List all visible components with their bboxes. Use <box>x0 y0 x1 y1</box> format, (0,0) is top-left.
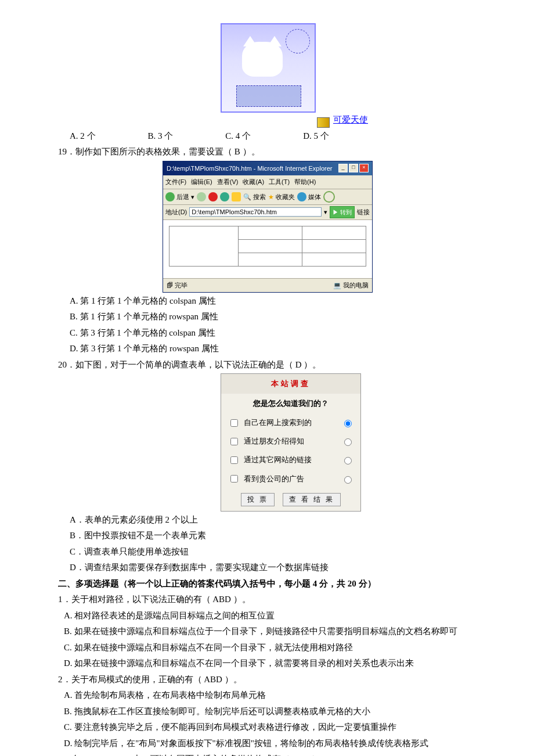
s2q2-b: B. 拖拽鼠标在工作区直接绘制即可。绘制完毕后还可以调整表格或单元格的大小 <box>64 704 488 719</box>
kitty-face <box>242 42 283 77</box>
search-label: 搜索 <box>253 192 266 203</box>
chevron-down-icon: ▾ <box>191 192 194 203</box>
survey-radio-1[interactable] <box>344 420 352 427</box>
s2q1-stem: 1．关于相对路径，以下说法正确的有（ ABD ）。 <box>58 592 488 607</box>
survey-radio-2[interactable] <box>344 438 352 446</box>
home-icon[interactable] <box>232 192 241 201</box>
ie-titlebar: D:\temp\TMPlomShxc70h.htm - Microsoft In… <box>163 161 372 176</box>
q20-stem: 20．如下图，对于一个简单的调查表单，以下说法正确的是（ D ）。 <box>58 358 488 373</box>
survey-label-3: 通过其它网站的链接 <box>244 453 341 466</box>
q20-opt-a: A．表单的元素必须使用 2 个以上 <box>70 513 488 528</box>
survey-box: 本站调查 您是怎么知道我们的？ 自己在网上搜索到的 通过朋友介绍得知 通过其它网… <box>221 373 361 512</box>
ie-toolbar: 后退 ▾ 🔍 搜索 ★ 收藏夹 媒体 <box>163 189 372 205</box>
ie-title-text: D:\temp\TMPlomShxc70h.htm - Microsoft In… <box>167 163 332 174</box>
menu-edit[interactable]: 编辑(E) <box>191 177 212 188</box>
q20-opt-b: B．图中投票按钮不是一个表单元素 <box>70 528 488 543</box>
ie-content <box>163 220 372 278</box>
media-button[interactable]: 媒体 <box>297 192 321 203</box>
survey-checkbox-1[interactable] <box>230 419 238 427</box>
section2-header: 二、多项选择题（将一个以上正确的答案代码填入括号中，每小题 4 分，共 20 分… <box>58 577 488 592</box>
status-done: 🗐 完毕 <box>167 280 187 291</box>
s2q1-d: D. 如果在链接中源端点和目标端点不在同一个目录下，就需要将目录的相对关系也表示… <box>64 656 488 671</box>
survey-radio-4[interactable] <box>344 476 352 484</box>
survey-buttons: 投 票 查 看 结 果 <box>221 488 360 511</box>
s2q2-c: C. 要注意转换完毕之后，便不能再回到布局模式对表格进行修改，因此一定要慎重操作 <box>64 720 488 735</box>
go-label: 转到 <box>340 209 352 215</box>
survey-question: 您是怎么知道我们的？ <box>221 394 360 413</box>
q18-opt-d: D. 5 个 <box>303 129 329 144</box>
s2q2-a: A. 首先绘制布局表格，在布局表格中绘制布局单元格 <box>64 688 488 703</box>
addr-dropdown-icon[interactable]: ▾ <box>324 207 327 218</box>
history-icon[interactable] <box>323 191 335 203</box>
favorites-button[interactable]: ★ 收藏夹 <box>268 192 295 203</box>
close-icon[interactable]: × <box>359 164 369 172</box>
survey-checkbox-2[interactable] <box>230 438 238 445</box>
go-button[interactable]: ▶ 转到 <box>330 206 355 218</box>
s2q3-stem: 3．在 Dreamweaver 中，可以向网页中插入的多媒体格式有（ ABC ）… <box>58 752 488 756</box>
favorites-label: 收藏夹 <box>276 192 295 203</box>
ie-window: D:\temp\TMPlomShxc70h.htm - Microsoft In… <box>163 161 373 293</box>
kitty-link[interactable]: 可爱天使 <box>333 113 368 128</box>
menu-tools[interactable]: 工具(T) <box>269 177 290 188</box>
back-label: 后退 <box>176 192 189 203</box>
star-icon: ★ <box>268 192 274 203</box>
survey-item-1: 自己在网上搜索到的 <box>221 413 360 432</box>
survey-checkbox-3[interactable] <box>230 456 238 464</box>
view-result-button[interactable]: 查 看 结 果 <box>283 493 341 506</box>
survey-label-1: 自己在网上搜索到的 <box>244 416 341 429</box>
q19-opt-a: A. 第 1 行第 1 个单元格的 colspan 属性 <box>70 294 488 309</box>
q19-stem: 19．制作如下图所示的表格效果，需要设置（ B ）。 <box>58 145 488 160</box>
stop-icon[interactable] <box>208 192 218 201</box>
q18-opt-b: B. 3 个 <box>148 129 174 144</box>
survey-item-4: 看到贵公司的广告 <box>221 470 360 488</box>
s2q1-c: C. 如果在链接中源端点和目标端点不在同一个目录下，就无法使用相对路径 <box>64 640 488 656</box>
ie-menu: 文件(F) 编辑(E) 查看(V) 收藏(A) 工具(T) 帮助(H) <box>163 175 372 189</box>
s2q2-d: D. 绘制完毕后，在"布局"对象面板按下"标准视图"按钮，将绘制的布局表格转换成… <box>64 736 488 751</box>
survey-item-2: 通过朋友介绍得知 <box>221 432 360 451</box>
minimize-icon[interactable]: _ <box>338 164 348 172</box>
circle-hotspot <box>286 29 310 53</box>
menu-help[interactable]: 帮助(H) <box>294 177 316 188</box>
search-button[interactable]: 🔍 搜索 <box>243 192 266 203</box>
q20-opt-d: D．调查结果如需要保存到数据库中，需要实现建立一个数据库链接 <box>70 560 488 575</box>
ie-address-bar: 地址(D) ▾ ▶ 转到 链接 <box>163 205 372 220</box>
status-zone: 💻 我的电脑 <box>333 280 369 291</box>
survey-label-4: 看到贵公司的广告 <box>244 473 341 485</box>
q20-opt-c: C．调查表单只能使用单选按钮 <box>70 545 488 560</box>
survey-radio-3[interactable] <box>344 457 352 465</box>
kitty-image-box <box>221 23 316 113</box>
maximize-icon[interactable]: □ <box>349 164 358 172</box>
back-button[interactable]: 后退 ▾ <box>165 192 194 203</box>
back-icon <box>165 192 175 201</box>
links-label[interactable]: 链接 <box>357 207 370 218</box>
survey-item-3: 通过其它网站的链接 <box>221 451 360 469</box>
s2q1-a: A. 相对路径表述的是源端点同目标端点之间的相互位置 <box>64 609 488 624</box>
q18-opt-a: A. 2 个 <box>70 129 96 144</box>
q19-opt-d: D. 第 3 行第 1 个单元格的 rowspan 属性 <box>70 341 488 357</box>
rect-hotspot <box>236 85 301 107</box>
ie-status: 🗐 完毕 💻 我的电脑 <box>163 278 372 292</box>
vote-button[interactable]: 投 票 <box>241 493 275 506</box>
forward-icon <box>197 192 206 201</box>
survey-title: 本站调查 <box>221 374 360 394</box>
refresh-icon[interactable] <box>220 192 229 201</box>
menu-fav[interactable]: 收藏(A) <box>243 177 264 188</box>
survey-checkbox-4[interactable] <box>230 475 238 483</box>
q18-options: A. 2 个 B. 3 个 C. 4 个 D. 5 个 <box>58 129 488 144</box>
s2q1-b: B. 如果在链接中源端点和目标端点位于一个目录下，则链接路径中只需要指明目标端点… <box>64 624 488 639</box>
addr-input[interactable] <box>189 207 322 217</box>
media-label: 媒体 <box>308 192 321 203</box>
status-zone-label: 我的电脑 <box>343 282 369 289</box>
addr-label: 地址(D) <box>165 207 187 218</box>
q19-opt-b: B. 第 1 行第 1 个单元格的 rowspan 属性 <box>70 309 488 325</box>
media-icon <box>297 192 306 201</box>
q19-opt-c: C. 第 3 行第 1 个单元格的 colspan 属性 <box>70 326 488 341</box>
survey-label-2: 通过朋友介绍得知 <box>244 435 341 448</box>
search-icon: 🔍 <box>243 192 251 203</box>
kitty-caption-row: 可爱天使 <box>221 113 488 128</box>
menu-file[interactable]: 文件(F) <box>165 177 186 188</box>
menu-view[interactable]: 查看(V) <box>217 177 239 188</box>
book-icon <box>317 117 330 128</box>
s2q2-stem: 2．关于布局模式的使用，正确的有（ ABD ）。 <box>58 672 488 687</box>
q18-opt-c: C. 4 个 <box>225 129 251 144</box>
